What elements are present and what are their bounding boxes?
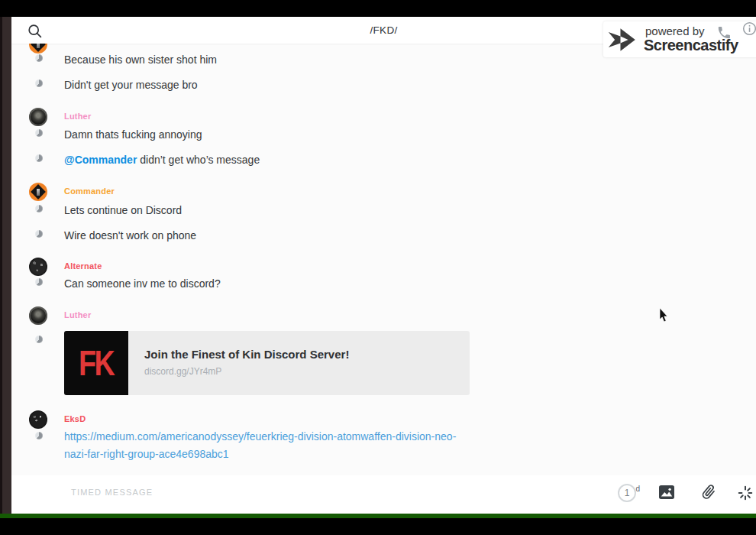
mention-commander[interactable]: @Commander bbox=[64, 154, 137, 166]
ephemeral-timer-icon bbox=[35, 79, 43, 87]
message-row: Wire doesn't work on phone bbox=[11, 228, 500, 245]
search-icon[interactable] bbox=[27, 24, 43, 39]
message-text: Lets continue on Discord bbox=[64, 203, 182, 218]
message-composer: TIMED MESSAGE 1 d bbox=[11, 475, 756, 514]
message-row: @Commander didn’t get who’s message bbox=[11, 152, 500, 169]
username[interactable]: Luther bbox=[64, 112, 91, 121]
message-row: Because his own sister shot him bbox=[11, 52, 500, 69]
ephemeral-timer-icon bbox=[35, 432, 43, 439]
ephemeral-timer-icon bbox=[35, 278, 43, 286]
app-screen: /FKD/ Because his own siste bbox=[0, 0, 756, 535]
letterbox-top bbox=[0, 0, 756, 17]
message-text: Damn thats fucking annoying bbox=[64, 127, 202, 142]
timer-unit: d bbox=[635, 481, 640, 497]
ephemeral-timer-icon bbox=[35, 54, 43, 62]
avatar-alternate[interactable] bbox=[29, 258, 47, 276]
link-preview-card[interactable]: FK Join the Finest of Kin Discord Server… bbox=[64, 331, 470, 395]
username[interactable]: Alternate bbox=[64, 261, 102, 271]
message-text: @Commander didn’t get who’s message bbox=[64, 152, 260, 167]
ephemeral-timer-icon bbox=[35, 154, 43, 162]
message-row: Lets continue on Discord bbox=[11, 203, 500, 219]
ping-icon[interactable] bbox=[737, 485, 756, 504]
message-text: Wire doesn't work on phone bbox=[64, 228, 196, 243]
message-text: Can someone inv me to discord? bbox=[64, 276, 221, 291]
screencastify-logo-icon bbox=[607, 27, 642, 56]
ephemeral-timer-icon bbox=[35, 230, 43, 238]
message-row: FK Join the Finest of Kin Discord Server… bbox=[11, 331, 500, 400]
timed-message-button[interactable]: 1 d bbox=[618, 484, 636, 502]
link-preview-url: discord.gg/JYr4mP bbox=[144, 366, 221, 377]
message-text: Because his own sister shot him bbox=[64, 52, 217, 67]
fk-logo: FK bbox=[79, 345, 113, 381]
left-sidebar-strip bbox=[0, 17, 11, 514]
attach-file-icon[interactable] bbox=[699, 483, 719, 503]
letterbox-green-bar bbox=[0, 514, 756, 518]
info-icon[interactable] bbox=[742, 21, 756, 39]
message-row: Didn't get your message bro bbox=[11, 77, 500, 94]
timer-value: 1 bbox=[625, 488, 630, 498]
link-preview-title: Join the Finest of Kin Discord Server! bbox=[144, 348, 349, 361]
message-text: Didn't get your message bro bbox=[64, 77, 198, 92]
message-text-rest: didn’t get who’s message bbox=[137, 154, 260, 166]
message-input[interactable]: TIMED MESSAGE bbox=[71, 488, 153, 497]
avatar-luther[interactable] bbox=[29, 306, 47, 325]
username[interactable]: Commander bbox=[64, 186, 115, 196]
avatar-commander[interactable] bbox=[29, 183, 47, 201]
screencastify-watermark: powered by Screencastify bbox=[603, 21, 756, 57]
message-link[interactable]: https://medium.com/americanodyssey/feuer… bbox=[64, 428, 477, 463]
username[interactable]: Luther bbox=[64, 310, 91, 319]
watermark-powered-by: powered by bbox=[645, 24, 705, 37]
ephemeral-timer-icon bbox=[35, 205, 43, 212]
link-preview-thumbnail: FK bbox=[64, 331, 128, 395]
add-image-icon[interactable] bbox=[658, 485, 678, 504]
message-row: Can someone inv me to discord? bbox=[11, 276, 500, 293]
call-icon[interactable] bbox=[716, 25, 732, 44]
avatar-luther[interactable] bbox=[29, 108, 47, 126]
message-row: https://medium.com/americanodyssey/feuer… bbox=[11, 428, 500, 466]
username[interactable]: EksD bbox=[64, 414, 86, 423]
ephemeral-timer-icon bbox=[35, 336, 43, 343]
wire-conversation-window: /FKD/ Because his own siste bbox=[11, 17, 756, 514]
message-row: Damn thats fucking annoying bbox=[11, 127, 500, 144]
ephemeral-timer-icon bbox=[35, 129, 43, 137]
avatar-eksd[interactable] bbox=[29, 410, 47, 429]
